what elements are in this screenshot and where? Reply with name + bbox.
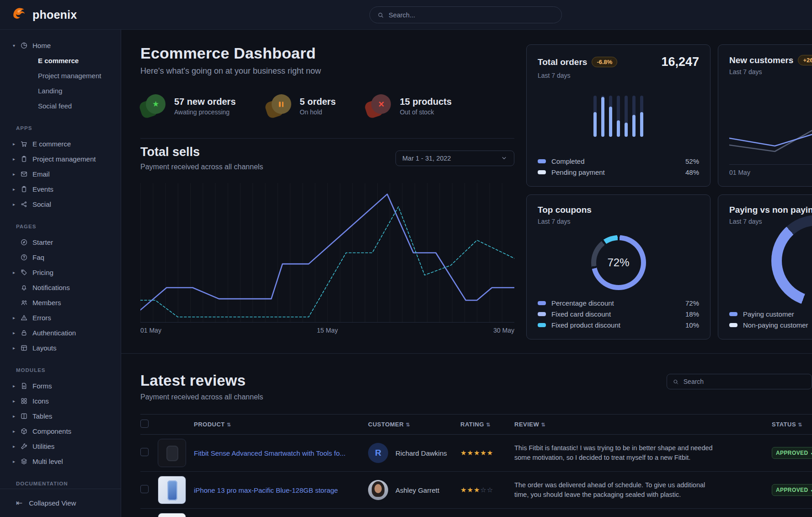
columns-icon: [20, 412, 28, 420]
phoenix-logo-icon: [12, 7, 27, 22]
legend-item: Non-paying customer: [729, 321, 812, 329]
card-period: Last 7 days: [538, 218, 699, 225]
mail-icon: [20, 170, 28, 178]
column-header-rating[interactable]: RATING⇅: [460, 415, 514, 435]
sort-icon: ⇅: [798, 422, 802, 427]
global-search[interactable]: [369, 6, 562, 23]
review-text: This Fitbit is fantastic! I was trying t…: [514, 443, 729, 463]
reviews-search-input[interactable]: [684, 378, 806, 385]
caret-right-icon: ▸: [13, 383, 20, 388]
product-thumbnail-watch[interactable]: [158, 439, 186, 467]
product-thumbnail-imac[interactable]: [158, 513, 186, 517]
sidebar-item-icons[interactable]: ▸Icons: [0, 393, 121, 409]
total-sells-title: Total sells: [140, 145, 263, 159]
sidebar-section-label: DOCUMENTATION: [16, 481, 121, 486]
sidebar-item-tables[interactable]: ▸Tables: [0, 409, 121, 424]
sidebar-section-label: APPS: [16, 125, 121, 131]
caret-right-icon: ▸: [13, 330, 20, 335]
sidebar-item-errors[interactable]: ▸Errors: [0, 310, 121, 325]
column-header-customer[interactable]: CUSTOMER⇅: [368, 415, 460, 435]
cube-icon: [20, 427, 28, 435]
sidebar-item-label: Utilities: [32, 442, 54, 450]
stats-row: ★57 new ordersAwating processing5 orders…: [140, 94, 514, 118]
sidebar-item-project-management[interactable]: ▸Project management: [0, 151, 121, 167]
sidebar-item-multi-level[interactable]: ▸Multi level: [0, 454, 121, 469]
sidebar-item-email[interactable]: ▸Email: [0, 167, 121, 182]
x-axis-label: 01 May: [729, 164, 812, 176]
sidebar-item-forms[interactable]: ▸Forms: [0, 378, 121, 393]
sidebar-item-label: E commerce: [32, 140, 71, 148]
select-all-checkbox[interactable]: [140, 420, 149, 428]
sidebar-item-layouts[interactable]: ▸Layouts: [0, 340, 121, 355]
sidebar-item-e-commerce[interactable]: ▸E commerce: [0, 136, 121, 151]
column-header-review[interactable]: REVIEW⇅: [514, 415, 772, 435]
customer-cell: Ashley Garrett: [368, 480, 460, 500]
sidebar-item-label: Authentication: [32, 329, 76, 337]
caret-right-icon: ▸: [13, 187, 20, 192]
legend-value: 48%: [685, 168, 699, 176]
legend-swatch: [538, 323, 546, 327]
sidebar-item-label: Home: [32, 42, 51, 49]
card-title: Paying vs non paying: [729, 205, 812, 215]
sidebar-subitem-social-feed[interactable]: Social feed: [0, 98, 121, 113]
caret-right-icon: ▸: [13, 459, 20, 464]
table-row: Fitbit Sense Advanced Smartwatch with To…: [140, 435, 812, 472]
card-total-orders: Total orders -6.8% 16,247 Last 7 days Co…: [526, 44, 710, 187]
column-header-status[interactable]: STATUS⇅: [772, 415, 812, 435]
row-checkbox[interactable]: [140, 448, 149, 456]
legend-value: 18%: [685, 310, 699, 318]
sidebar-item-starter[interactable]: Starter: [0, 235, 121, 250]
card-paying: Paying vs non paying Last 7 days Paying …: [718, 194, 812, 339]
compass-icon: [20, 238, 28, 246]
orders-bar-chart: [538, 96, 699, 137]
brand-name: phoenix: [32, 8, 77, 22]
sort-icon: ⇅: [227, 422, 231, 427]
sidebar-item-events[interactable]: ▸Events: [0, 182, 121, 197]
global-search-input[interactable]: [389, 11, 554, 19]
sidebar-item-label: Faq: [32, 253, 44, 261]
sidebar-item-pricing[interactable]: ▸Pricing: [0, 265, 121, 280]
date-range-select[interactable]: Mar 1 - 31, 2022: [395, 151, 514, 166]
reviews-search[interactable]: [667, 374, 812, 389]
stat-text: 5 ordersOn hold: [300, 97, 336, 116]
stacked-bar: [625, 96, 628, 137]
sidebar-item-authentication[interactable]: ▸Authentication: [0, 325, 121, 340]
rating-stars: ★★★☆☆: [460, 486, 493, 494]
customer-name: Ashley Garrett: [395, 486, 439, 494]
table-row: ★★★★★It's a Mac, after all. Once you've …: [140, 509, 812, 517]
sidebar-item-notifications[interactable]: Notifications: [0, 280, 121, 295]
reviews-title: Latest reviews: [140, 372, 263, 389]
page-subtitle: Here's what's going on at your business …: [140, 66, 514, 76]
sidebar: ▾HomeE commerceProject managementLanding…: [0, 30, 121, 517]
column-header-product[interactable]: PRODUCT⇅: [194, 415, 368, 435]
sidebar-item-members[interactable]: Members: [0, 295, 121, 310]
row-checkbox[interactable]: [140, 485, 149, 493]
sidebar-collapse-toggle[interactable]: ⇤ Collapsed View: [0, 489, 121, 517]
caret-right-icon: ▸: [13, 202, 20, 207]
sidebar-item-label: Starter: [32, 238, 53, 246]
sidebar-item-utilities[interactable]: ▸Utilities: [0, 439, 121, 454]
legend-label: Non-paying customer: [743, 321, 808, 329]
legend-label: Percentage discount: [551, 299, 614, 307]
sidebar-subitem-project-management[interactable]: Project management: [0, 68, 121, 83]
sidebar-subitem-e-commerce[interactable]: E commerce: [0, 53, 121, 68]
product-link[interactable]: Fitbit Sense Advanced Smartwatch with To…: [194, 449, 368, 457]
brand-logo[interactable]: phoenix: [12, 7, 77, 22]
sidebar-item-faq[interactable]: Faq: [0, 250, 121, 265]
pause-icon: [272, 94, 291, 114]
grid-icon: [20, 397, 28, 405]
sidebar-item-label: Email: [32, 170, 50, 178]
legend-item: Fixed card discount18%: [538, 310, 699, 318]
product-thumbnail-iphone[interactable]: [158, 476, 186, 504]
sidebar-subitem-landing[interactable]: Landing: [0, 83, 121, 98]
sidebar-item-home[interactable]: ▾Home: [0, 38, 121, 53]
sidebar-item-social[interactable]: ▸Social: [0, 197, 121, 212]
sidebar-item-components[interactable]: ▸Components: [0, 424, 121, 439]
reviews-table: PRODUCT⇅CUSTOMER⇅RATING⇅REVIEW⇅STATUS⇅ F…: [140, 414, 812, 517]
card-title: New customers: [729, 55, 793, 65]
sidebar-item-label: Multi level: [32, 458, 63, 465]
legend-label: Paying customer: [743, 310, 794, 318]
stat-icon-star: ★: [140, 94, 165, 118]
total-sells-chart[interactable]: [140, 183, 514, 323]
product-link[interactable]: iPhone 13 pro max-Pacific Blue-128GB sto…: [194, 486, 368, 494]
